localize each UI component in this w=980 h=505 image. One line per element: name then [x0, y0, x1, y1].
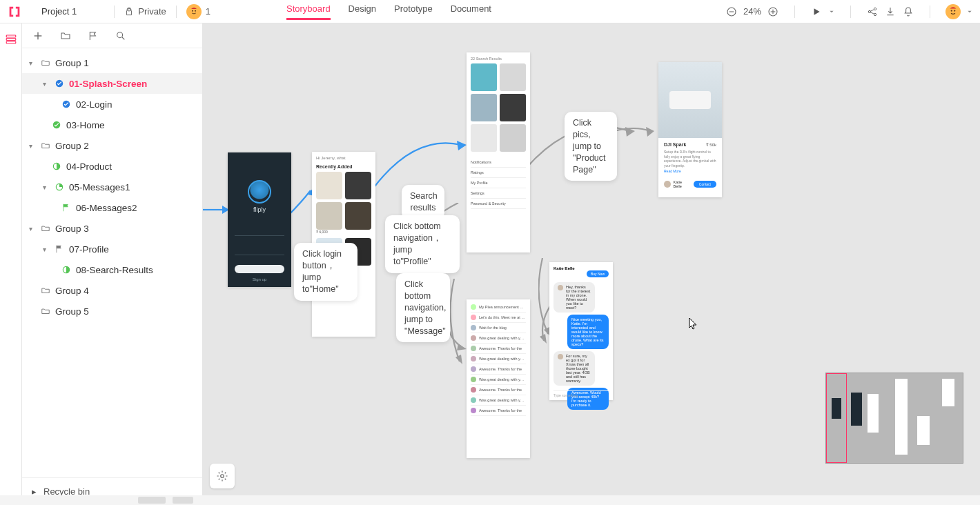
minimap[interactable]: [825, 373, 963, 464]
collab-count: 1: [206, 6, 210, 17]
tree-page-07-profile[interactable]: ▾ 07-Profile: [22, 239, 202, 259]
share-button[interactable]: [866, 6, 879, 18]
add-folder-button[interactable]: [59, 30, 72, 42]
artboard-splash[interactable]: fliply Sign up: [228, 152, 291, 287]
chat-input-mock: Type something...: [553, 390, 609, 397]
svg-line-22: [122, 37, 124, 39]
divider: [176, 6, 177, 18]
zoom-out-button[interactable]: [725, 6, 738, 18]
search-button[interactable]: [115, 30, 127, 42]
flag-button[interactable]: [87, 30, 99, 42]
svg-point-14: [951, 10, 952, 11]
page-label: 05-Messages1: [69, 182, 130, 192]
tab-storyboard[interactable]: Storyboard: [286, 3, 331, 20]
menu-item: Password & Security: [471, 199, 526, 209]
check-circle-icon: [54, 78, 65, 89]
arrow-icon: [287, 182, 315, 224]
tree-page-08-search[interactable]: 08-Search-Results: [22, 259, 202, 280]
svg-line-12: [870, 12, 874, 14]
tab-prototype[interactable]: Prototype: [394, 3, 433, 20]
zoom-value: 24%: [743, 6, 761, 17]
svg-point-1: [192, 10, 193, 11]
divider: [930, 6, 930, 18]
arrow-icon: [614, 120, 656, 148]
tree-group-1[interactable]: ▾ Group 1: [22, 52, 202, 73]
tree-page-04-product[interactable]: 04-Product: [22, 156, 202, 177]
topbar: Project 1 Private 1 Storyboard Design Pr…: [0, 0, 980, 23]
add-page-button[interactable]: [32, 30, 44, 42]
page-label: 04-Product: [66, 161, 112, 172]
caret-down-icon: ▾: [29, 59, 36, 67]
svg-line-11: [870, 9, 874, 11]
tree-page-06-messages2[interactable]: 06-Messages2: [22, 197, 202, 218]
tree-page-01-splash[interactable]: ▾ 01-Splash-Screen: [22, 73, 202, 94]
strip-marker: [138, 497, 166, 504]
notifications-button[interactable]: [902, 6, 914, 18]
caret-down-icon: ▾: [29, 225, 36, 232]
page-label: 07-Profile: [69, 244, 109, 255]
menu-item: Notifications: [471, 157, 526, 168]
artboard-messages[interactable]: My Plea announcement will be the t... Le…: [467, 299, 530, 458]
caret-down-icon: ▾: [43, 246, 50, 253]
note-profile[interactable]: Click bottom navigation，jump to"Profile": [385, 215, 460, 273]
message-row: Awesome. Thanks for the: [479, 388, 522, 392]
download-button[interactable]: [884, 6, 896, 18]
topbar-right: 24%: [725, 4, 973, 19]
mini-artboard: [917, 416, 930, 445]
note-product[interactable]: Click pics, jump to "Product Page": [565, 112, 617, 181]
artboard-chat[interactable]: Katie Belle Buy Now Hey, thanks for the …: [549, 262, 613, 400]
strip-marker: [173, 497, 193, 504]
product-hero: [658, 62, 722, 138]
note-search[interactable]: Search results: [402, 185, 444, 219]
note-message[interactable]: Click bottom navigation, jump to "Messag…: [396, 273, 450, 342]
tree-page-05-messages1[interactable]: ▾ 05-Messages1: [22, 177, 202, 197]
zoom-in-button[interactable]: [767, 6, 779, 18]
storyboard-canvas[interactable]: fliply Sign up Hi Jeremy, what Recently …: [203, 23, 980, 495]
chat-msg: For sure, my ex got it for Xmas then all…: [566, 354, 591, 383]
note-login[interactable]: Click login button，jump to"Home": [294, 243, 357, 301]
page-label: 08-Search-Results: [76, 265, 153, 275]
group-label: Group 4: [55, 286, 89, 296]
product-thumb: [316, 202, 342, 230]
group-label: Group 5: [55, 306, 89, 317]
tab-design[interactable]: Design: [349, 3, 376, 20]
canvas-settings-button[interactable]: [210, 464, 235, 488]
page-label: 02-Login: [76, 99, 112, 110]
user-menu-dropdown[interactable]: [966, 6, 973, 18]
page-label: 01-Splash-Screen: [69, 79, 147, 89]
privacy-toggle[interactable]: Private: [124, 6, 166, 17]
contact-button-mock: Contact: [694, 181, 716, 188]
tree-page-02-login[interactable]: 02-Login: [22, 94, 202, 115]
tree-group-4[interactable]: Group 4: [22, 280, 202, 301]
play-dropdown[interactable]: [828, 6, 835, 18]
tab-document[interactable]: Document: [451, 3, 491, 20]
storyboard-panel-icon[interactable]: [5, 33, 17, 48]
project-name[interactable]: Project 1: [41, 6, 77, 17]
caret-down-icon: ▾: [43, 80, 50, 88]
brand-label: fliply: [253, 206, 266, 213]
product-name: DJI Spark: [664, 142, 686, 147]
section-title: Recently Added: [316, 164, 371, 169]
product-price: ₹ 50k: [706, 142, 716, 147]
tree-group-5[interactable]: Group 5: [22, 301, 202, 321]
gear-icon: [216, 470, 228, 482]
caret-down-icon: ▾: [29, 142, 36, 150]
privacy-label: Private: [138, 6, 166, 17]
collaborators[interactable]: 1: [186, 4, 210, 19]
artboard-product[interactable]: DJI Spark ₹ 50k Setup the DJI's flight c…: [658, 62, 722, 197]
divider: [114, 6, 115, 18]
app-logo[interactable]: [7, 4, 22, 19]
tree-page-03-home[interactable]: 03-Home: [22, 115, 202, 135]
svg-point-21: [117, 32, 123, 37]
user-avatar[interactable]: [945, 4, 961, 19]
cursor-icon: [689, 317, 698, 331]
folder-icon: [40, 285, 51, 296]
message-row: Awesome. Thanks for the: [479, 367, 522, 371]
artboard-search-results[interactable]: 22 Search Results Notifications Ratings …: [467, 52, 530, 253]
message-row: Was great dealing with you. Thanks!: [479, 357, 526, 361]
tree-group-2[interactable]: ▾ Group 2: [22, 135, 202, 156]
password-field-mock: [235, 248, 284, 255]
play-button[interactable]: [810, 6, 823, 18]
tree-group-3[interactable]: ▾ Group 3: [22, 218, 202, 239]
svg-rect-18: [6, 41, 16, 43]
